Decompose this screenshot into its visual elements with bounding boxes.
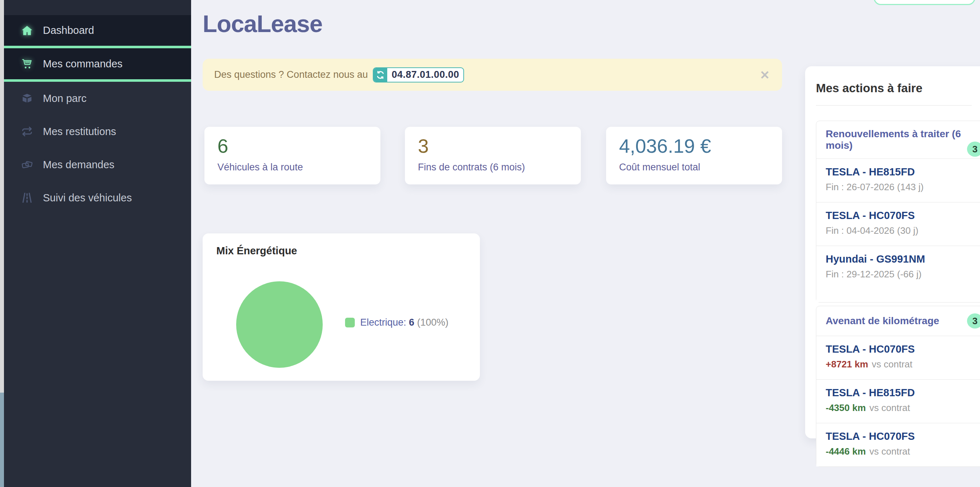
vehicle-name: TESLA - HC070FS xyxy=(826,430,980,443)
stat-card-contract-ends: 3 Fins de contrats (6 mois) xyxy=(405,127,581,184)
stat-label: Véhicules à la route xyxy=(217,162,368,173)
mileage-item[interactable]: TESLA - HC070FS +8721 kmvs contrat xyxy=(816,336,980,379)
mileage-delta: -4446 kmvs contrat xyxy=(826,446,980,457)
banner-message: Des questions ? Contactez nous au xyxy=(214,69,368,80)
renewal-item[interactable]: Hyundai - GS991NM Fin : 29-12-2025 (-66 … xyxy=(816,246,980,302)
renewal-item[interactable]: TESLA - HE815FD Fin : 26-07-2026 (143 j) xyxy=(816,159,980,202)
sidebar-item-suivi-des-vehicules[interactable]: Suivi des véhicules xyxy=(4,181,191,214)
energy-mix-legend: Electrique: 6 (100%) xyxy=(345,317,449,328)
sidebar-item-mes-demandes[interactable]: Mes demandes xyxy=(4,148,191,181)
legend-text: Electrique: 6 (100%) xyxy=(360,317,449,328)
sidebar-item-label: Suivi des véhicules xyxy=(43,192,132,204)
stat-value: 3 xyxy=(418,135,568,157)
active-indicator xyxy=(4,46,191,48)
mileage-delta: -4350 kmvs contrat xyxy=(826,402,980,414)
contract-end: Fin : 29-12-2025 (-66 j) xyxy=(826,269,980,280)
section-header-label: Renouvellements à traiter (6 mois) xyxy=(826,128,967,151)
sidebar-item-label: Mes restitutions xyxy=(43,126,116,138)
mileage-delta: +8721 kmvs contrat xyxy=(826,359,980,370)
count-badge: 3 xyxy=(967,141,980,157)
stat-value: 6 xyxy=(217,135,368,157)
close-icon[interactable]: ✕ xyxy=(760,69,770,81)
renewal-item[interactable]: TESLA - HC070FS Fin : 04-04-2026 (30 j) xyxy=(816,202,980,246)
swap-arrows-icon xyxy=(21,125,33,138)
tickets-icon xyxy=(21,158,33,171)
sidebar-header-space xyxy=(4,0,191,15)
dashboard-screen: Dashboard Mes commandes xyxy=(0,0,980,487)
sidebar: Dashboard Mes commandes xyxy=(4,0,191,487)
mileage-item[interactable]: TESLA - HE815FD -4350 kmvs contrat xyxy=(816,379,980,423)
cart-icon xyxy=(21,57,33,70)
sidebar-item-mon-parc[interactable]: Mon parc xyxy=(4,82,191,115)
boxes-icon xyxy=(21,92,33,105)
stat-value: 4,036.19 € xyxy=(619,135,769,157)
sync-icon xyxy=(374,68,387,82)
vehicle-name: TESLA - HC070FS xyxy=(826,209,980,222)
section-header-label: Avenant de kilométrage xyxy=(826,315,939,327)
contract-end: Fin : 04-04-2026 (30 j) xyxy=(826,225,980,236)
stat-card-monthly-cost: 4,036.19 € Coût mensuel total xyxy=(606,127,782,184)
mileage-section-header: Avenant de kilométrage 3 xyxy=(816,306,980,336)
renewals-section: Renouvellements à traiter (6 mois) 3 TES… xyxy=(816,121,980,303)
page-title: LocaLease xyxy=(203,10,322,38)
info-banner: Des questions ? Contactez nous au 04.87.… xyxy=(203,59,782,91)
legend-swatch xyxy=(345,318,355,327)
sidebar-item-mes-restitutions[interactable]: Mes restitutions xyxy=(4,115,191,148)
stat-label: Fins de contrats (6 mois) xyxy=(418,162,568,173)
sidebar-item-label: Mes commandes xyxy=(43,58,123,70)
energy-mix-title: Mix Énergétique xyxy=(216,245,466,257)
mileage-amendment-section: Avenant de kilométrage 3 TESLA - HC070FS… xyxy=(816,306,980,467)
vehicle-name: TESLA - HE815FD xyxy=(826,387,980,399)
energy-mix-card: Mix Énergétique Electrique: 6 (100%) xyxy=(203,233,480,381)
count-badge: 3 xyxy=(967,313,980,328)
energy-mix-pie-chart xyxy=(236,281,323,368)
mileage-item[interactable]: TESLA - HC070FS -4446 kmvs contrat xyxy=(816,423,980,466)
window-edge xyxy=(0,0,4,487)
vehicle-name: TESLA - HE815FD xyxy=(826,166,980,178)
renewals-section-header: Renouvellements à traiter (6 mois) 3 xyxy=(816,121,980,159)
road-icon xyxy=(21,191,33,204)
window-edge-top xyxy=(0,0,4,393)
sidebar-item-label: Mon parc xyxy=(43,93,86,105)
sidebar-item-dashboard[interactable]: Dashboard xyxy=(4,15,191,46)
contract-end: Fin : 26-07-2026 (143 j) xyxy=(826,182,980,193)
stat-card-vehicles: 6 Véhicules à la route xyxy=(204,127,380,184)
actions-panel-title: Mes actions à faire xyxy=(816,81,980,95)
sidebar-item-label: Mes demandes xyxy=(43,159,114,171)
divider xyxy=(816,105,972,106)
vehicle-name: Hyundai - GS991NM xyxy=(826,253,980,265)
actions-panel: Mes actions à faire Renouvellements à tr… xyxy=(805,66,980,438)
top-right-pill-button[interactable] xyxy=(873,0,975,5)
window-edge-bottom xyxy=(0,393,4,487)
phone-number-widget[interactable]: 04.87.01.00.00 xyxy=(373,67,464,82)
phone-number: 04.87.01.00.00 xyxy=(387,68,463,82)
stat-label: Coût mensuel total xyxy=(619,162,769,173)
active-indicator xyxy=(4,79,191,82)
vehicle-name: TESLA - HC070FS xyxy=(826,343,980,355)
home-icon xyxy=(21,24,33,37)
sidebar-item-label: Dashboard xyxy=(43,24,94,36)
sidebar-item-mes-commandes[interactable]: Mes commandes xyxy=(4,48,191,79)
